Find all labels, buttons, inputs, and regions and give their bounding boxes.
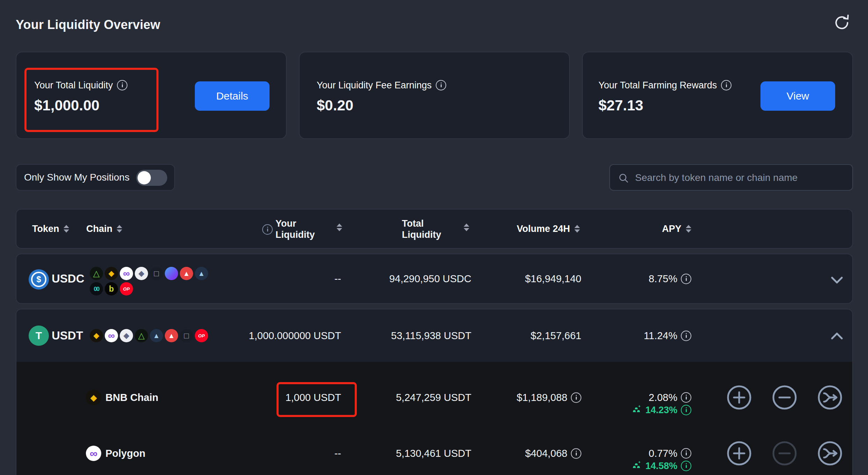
optimism-chain-icon: OP: [195, 329, 208, 342]
toggle-knob: [138, 171, 151, 184]
chain-icon-strip: △◆∞◆□▲▲00bOP: [90, 267, 211, 295]
fee-earnings-label: Your Liquidity Fee Earnings: [317, 80, 432, 91]
total-liquidity-label: Your Total Liquidity: [34, 80, 113, 91]
info-icon[interactable]: [681, 273, 691, 284]
info-icon[interactable]: [436, 80, 446, 90]
fee-earnings-card: Your Liquidity Fee Earnings $0.20: [299, 52, 570, 139]
sort-icon[interactable]: [337, 224, 342, 231]
farming-apr: 14.58%: [593, 460, 691, 472]
remove-liquidity-button[interactable]: [772, 385, 797, 410]
sort-icon[interactable]: [464, 224, 469, 231]
total-liquidity-card: Your Total Liquidity $1,000.00 Details: [16, 52, 287, 139]
view-button[interactable]: View: [760, 81, 835, 111]
aurora-chain-icon: △: [135, 329, 148, 342]
subrow-bnb-chain: ◆ BNB Chain 1,000 USDT 5,247,259 USDT $1…: [16, 362, 853, 418]
token-name: USDC: [52, 272, 84, 285]
volume-24h-cell: $2,157,661: [488, 330, 581, 342]
info-icon[interactable]: [721, 80, 731, 90]
add-liquidity-button[interactable]: [726, 440, 752, 466]
info-icon[interactable]: [117, 80, 127, 90]
header-volume-24h[interactable]: Volume 24H: [517, 210, 580, 248]
usdt-token-icon: T: [29, 326, 49, 346]
header-your-liquidity[interactable]: Your Liquidity: [275, 218, 315, 240]
add-liquidity-button[interactable]: [726, 385, 752, 410]
avalanche-chain-icon: ▲: [180, 267, 193, 280]
info-icon[interactable]: [262, 224, 273, 235]
total-liquidity-cell: 5,130,461 USDT: [383, 448, 471, 459]
polygon-chain-icon: ∞: [120, 267, 133, 280]
info-icon[interactable]: [681, 330, 691, 341]
apy-cell: 2.08% 14.23%: [593, 391, 691, 416]
total-liquidity-cell: 5,247,259 USDT: [383, 392, 471, 403]
chain-icon-strip: ◆∞◆△▲▲□OP: [90, 329, 211, 342]
positions-filter-card: Only Show My Positions: [16, 164, 175, 191]
farming-rewards-icon: [631, 403, 642, 417]
liquidity-overview-page: Your Liquidity Overview Your Total Liqui…: [0, 0, 868, 475]
positions-toggle[interactable]: [136, 170, 167, 186]
ethereum-chain-icon: ◆: [120, 329, 133, 342]
icplaza-chain-icon: b: [105, 282, 118, 295]
info-icon[interactable]: [571, 448, 581, 459]
farming-rewards-card: Your Total Farming Rewards $27.13 View: [582, 52, 853, 139]
bnb-chain-chain-icon: ◆: [105, 267, 118, 280]
subrow-polygon: ∞ Polygon -- 5,130,461 USDT $404,068 0.7…: [16, 418, 853, 474]
info-icon[interactable]: [681, 392, 691, 403]
apy-cell: 0.77% 14.58%: [593, 447, 691, 472]
usdc-token-icon: $: [29, 269, 49, 290]
header-apy[interactable]: APY: [662, 210, 691, 248]
token-name: USDT: [52, 329, 83, 342]
expand-chevron-down-icon[interactable]: [827, 273, 847, 287]
your-liquidity-cell: 1,000.000000 USDT: [226, 330, 341, 342]
chain-name: Polygon: [105, 448, 145, 459]
arbitrum-chain-icon: ▲: [195, 267, 208, 280]
volume-24h-cell: $404,068: [488, 448, 581, 459]
apy-cell: 11.24%: [593, 330, 691, 342]
info-icon[interactable]: [681, 461, 691, 471]
header-total-liquidity[interactable]: Total Liquidity: [402, 218, 441, 240]
details-button[interactable]: Details: [195, 81, 270, 111]
aurora-chain-icon: △: [90, 267, 103, 280]
table-row-usdc[interactable]: $ USDC △◆∞◆□▲▲00bOP -- 94,290,950 USDC $…: [16, 254, 853, 304]
harmony-chain-icon: 00: [90, 282, 103, 295]
sort-icon[interactable]: [117, 225, 122, 233]
sort-icon[interactable]: [686, 225, 691, 233]
total-liquidity-cell: 53,115,938 USDT: [383, 330, 471, 342]
volume-24h-cell: $16,949,140: [488, 273, 581, 285]
apy-cell: 8.75%: [593, 273, 691, 285]
zksync-chain-icon: □: [150, 267, 163, 280]
header-token[interactable]: Token: [32, 210, 69, 248]
search-input[interactable]: [634, 166, 845, 190]
farming-rewards-icon: [631, 459, 642, 473]
table-header: Token Chain Your Liquidity Total Liquidi…: [16, 209, 853, 249]
polygon-chain-icon: ∞: [86, 446, 101, 461]
your-liquidity-cell: 1,000 USDT: [226, 392, 341, 403]
header-chain[interactable]: Chain: [86, 210, 122, 248]
fee-earnings-value: $0.20: [317, 97, 353, 114]
farming-rewards-value: $27.13: [598, 97, 643, 114]
your-liquidity-cell: --: [226, 448, 341, 459]
positions-toggle-label: Only Show My Positions: [24, 165, 130, 190]
sort-icon[interactable]: [574, 225, 580, 233]
table-row-usdt[interactable]: T USDT ◆∞◆△▲▲□OP 1,000.000000 USDT 53,11…: [16, 309, 853, 475]
info-icon[interactable]: [681, 405, 691, 415]
refresh-button[interactable]: [832, 13, 851, 32]
swap-migrate-button[interactable]: [817, 440, 843, 466]
avalanche-chain-icon: ▲: [165, 329, 178, 342]
info-icon[interactable]: [681, 448, 691, 459]
page-title: Your Liquidity Overview: [16, 17, 160, 32]
polygon-chain-icon: ∞: [86, 446, 101, 461]
remove-liquidity-button-disabled[interactable]: [772, 440, 797, 466]
refresh-icon: [832, 28, 851, 33]
bnb-chain-icon: ◆: [86, 390, 101, 405]
sort-icon[interactable]: [64, 225, 69, 233]
total-liquidity-value: $1,000.00: [34, 97, 100, 114]
search-container: [609, 164, 853, 191]
bnb-chain-chain-icon: ◆: [90, 329, 103, 342]
bnb-chain-chain-icon: ◆: [86, 390, 101, 405]
your-liquidity-cell: --: [226, 273, 341, 285]
collapse-chevron-up-icon[interactable]: [827, 329, 847, 343]
info-icon[interactable]: [571, 392, 581, 403]
volume-24h-cell: $1,189,088: [488, 392, 581, 403]
swap-migrate-button[interactable]: [817, 385, 843, 410]
expanded-chain-positions: ◆ BNB Chain 1,000 USDT 5,247,259 USDT $1…: [16, 362, 852, 475]
